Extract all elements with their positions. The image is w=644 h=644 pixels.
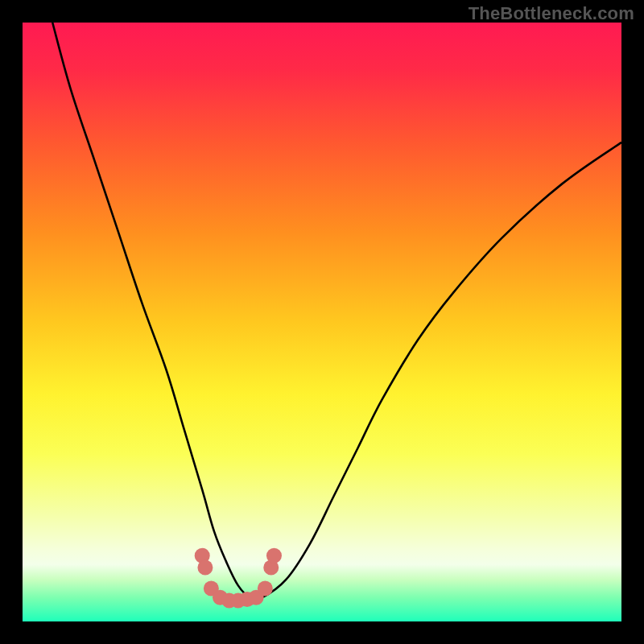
gradient-background xyxy=(23,23,621,621)
plot-area xyxy=(23,23,621,621)
valley-dot xyxy=(197,560,213,576)
valley-dot xyxy=(258,581,273,597)
plot-svg xyxy=(23,23,621,621)
watermark-text: TheBottleneck.com xyxy=(469,3,634,24)
valley-dot xyxy=(266,548,282,564)
frame: TheBottleneck.com xyxy=(0,0,644,644)
